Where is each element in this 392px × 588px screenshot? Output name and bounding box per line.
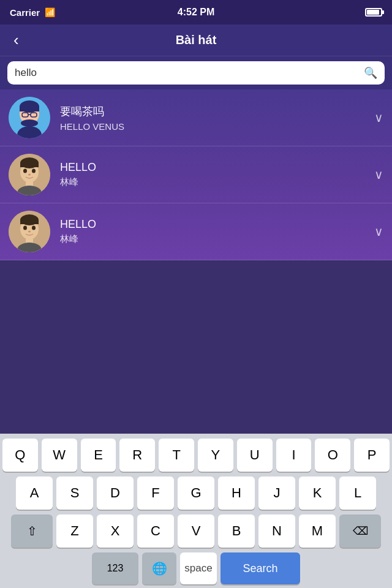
shift-key[interactable]: ⇧ <box>11 514 53 548</box>
svg-point-22 <box>23 226 27 230</box>
status-time: 4:52 PM <box>178 7 214 18</box>
svg-point-7 <box>21 119 38 127</box>
result-subtitle: 林峰 <box>60 176 369 188</box>
list-item[interactable]: HELLO 林峰 ∨ <box>0 146 392 203</box>
chevron-down-icon: ∨ <box>374 224 383 239</box>
space-key[interactable]: space <box>180 552 217 584</box>
key-s[interactable]: S <box>56 477 93 510</box>
keyboard-row-2: A S D F G H J K L <box>2 477 390 510</box>
key-w[interactable]: W <box>42 439 77 472</box>
key-v[interactable]: V <box>178 514 214 548</box>
result-text: 要喝茶吗 HELLO VENUS <box>60 104 369 132</box>
svg-point-14 <box>32 169 36 173</box>
result-text: HELLO 林峰 <box>60 218 369 245</box>
key-d[interactable]: D <box>97 477 134 510</box>
status-bar: Carrier 📶 4:52 PM <box>0 0 392 24</box>
key-x[interactable]: X <box>97 514 134 548</box>
avatar <box>9 97 50 138</box>
key-y[interactable]: Y <box>198 439 233 472</box>
key-j[interactable]: J <box>258 477 295 510</box>
wifi-icon: 📶 <box>45 7 55 17</box>
back-button[interactable]: ‹ <box>9 28 24 52</box>
svg-rect-3 <box>20 107 39 111</box>
key-g[interactable]: G <box>178 477 214 510</box>
result-subtitle: HELLO VENUS <box>60 121 369 132</box>
result-title: HELLO <box>60 218 369 231</box>
key-k[interactable]: K <box>299 477 336 510</box>
keyboard-bottom-row: 123 🌐 space Search <box>2 552 390 584</box>
search-button[interactable]: Search <box>221 552 300 584</box>
svg-rect-21 <box>20 220 39 224</box>
result-text: HELLO 林峰 <box>60 161 369 188</box>
key-r[interactable]: R <box>119 439 155 472</box>
list-item[interactable]: HELLO 林峰 ∨ <box>0 203 392 260</box>
chevron-down-icon: ∨ <box>374 167 383 182</box>
search-bar: 🔍 <box>7 61 385 85</box>
result-subtitle: 林峰 <box>60 233 369 245</box>
globe-key[interactable]: 🌐 <box>142 552 176 584</box>
svg-rect-12 <box>20 163 39 167</box>
key-u[interactable]: U <box>237 439 273 472</box>
key-f[interactable]: F <box>137 477 174 510</box>
keyboard-row-1: Q W E R T Y U I O P <box>2 439 390 472</box>
search-icon[interactable]: 🔍 <box>364 66 377 80</box>
chevron-down-icon: ∨ <box>374 110 383 125</box>
result-title: 要喝茶吗 <box>60 104 369 119</box>
key-a[interactable]: A <box>16 477 53 510</box>
key-l[interactable]: L <box>339 477 376 510</box>
key-q[interactable]: Q <box>2 439 38 472</box>
key-p[interactable]: P <box>354 439 390 472</box>
svg-point-13 <box>23 169 27 173</box>
navigation-bar: ‹ Bài hát <box>0 24 392 56</box>
avatar-photo <box>9 211 50 252</box>
keyboard: Q W E R T Y U I O P A S D F G H J K L ⇧ … <box>0 434 392 588</box>
battery-icon <box>365 8 382 17</box>
key-t[interactable]: T <box>159 439 194 472</box>
svg-point-23 <box>32 226 36 230</box>
svg-point-15 <box>28 174 31 176</box>
avatar <box>9 154 50 195</box>
numbers-key[interactable]: 123 <box>92 552 138 584</box>
delete-key[interactable]: ⌫ <box>339 514 381 548</box>
key-i[interactable]: I <box>276 439 312 472</box>
avatar-photo <box>9 154 50 195</box>
avatar <box>9 211 50 252</box>
carrier-label: Carrier <box>10 7 40 18</box>
list-item[interactable]: 要喝茶吗 HELLO VENUS ∨ <box>0 89 392 146</box>
result-title: HELLO <box>60 161 369 174</box>
search-bar-container: 🔍 <box>0 56 392 89</box>
key-n[interactable]: N <box>258 514 295 548</box>
key-e[interactable]: E <box>81 439 116 472</box>
key-o[interactable]: O <box>315 439 350 472</box>
status-left: Carrier 📶 <box>10 7 55 18</box>
key-z[interactable]: Z <box>56 514 93 548</box>
key-h[interactable]: H <box>218 477 255 510</box>
page-title: Bài hát <box>176 33 217 47</box>
key-m[interactable]: M <box>299 514 336 548</box>
status-right <box>365 8 382 17</box>
svg-point-24 <box>28 231 31 233</box>
search-input[interactable] <box>15 67 364 79</box>
keyboard-row-3: ⇧ Z X C V B N M ⌫ <box>2 514 390 548</box>
avatar-illustration <box>9 97 50 138</box>
results-list: 要喝茶吗 HELLO VENUS ∨ <box>0 89 392 260</box>
key-b[interactable]: B <box>218 514 255 548</box>
key-c[interactable]: C <box>137 514 174 548</box>
